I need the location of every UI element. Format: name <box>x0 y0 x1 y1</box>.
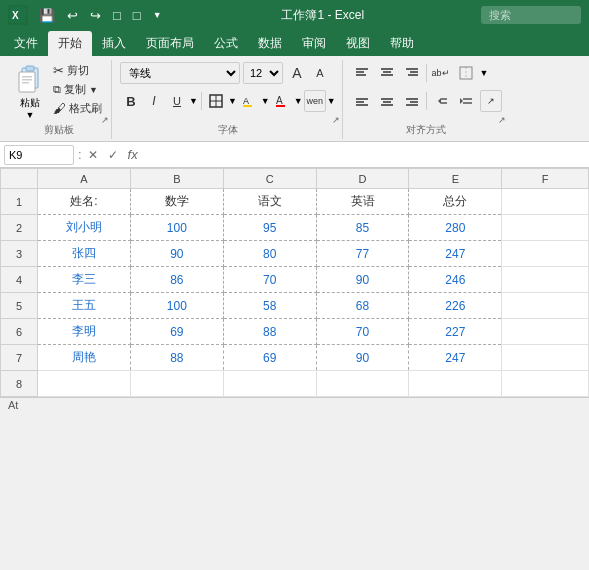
col-header-c[interactable]: C <box>223 169 316 189</box>
cell-F4[interactable] <box>502 267 589 293</box>
open-btn[interactable]: □ <box>130 6 144 25</box>
cell-B7[interactable]: 88 <box>130 345 223 371</box>
align-bottom-right-btn[interactable] <box>401 90 423 112</box>
formula-confirm-btn[interactable]: ✓ <box>104 146 122 164</box>
bold-button[interactable]: B <box>120 90 142 112</box>
cell-C7[interactable]: 69 <box>223 345 316 371</box>
align-top-left-btn[interactable] <box>351 62 373 84</box>
cell-F2[interactable] <box>502 215 589 241</box>
cell-A2[interactable]: 刘小明 <box>38 215 131 241</box>
fill-dropdown[interactable]: ▼ <box>261 96 270 106</box>
font-color-btn[interactable]: A <box>271 90 293 112</box>
paste-dropdown-arrow[interactable]: ▼ <box>26 110 35 120</box>
cell-A1[interactable]: 姓名: <box>38 189 131 215</box>
font-size-select[interactable]: 12 <box>243 62 283 84</box>
col-header-a[interactable]: A <box>38 169 131 189</box>
cell-F1[interactable] <box>502 189 589 215</box>
new-btn[interactable]: □ <box>110 6 124 25</box>
row-number-1[interactable]: 1 <box>1 189 38 215</box>
cell-F3[interactable] <box>502 241 589 267</box>
col-header-b[interactable]: B <box>130 169 223 189</box>
cell-E2[interactable]: 280 <box>409 215 502 241</box>
save-quick-btn[interactable]: 💾 <box>36 6 58 25</box>
cell-D7[interactable]: 90 <box>316 345 409 371</box>
row-number-3[interactable]: 3 <box>1 241 38 267</box>
cell-C4[interactable]: 70 <box>223 267 316 293</box>
redo-btn[interactable]: ↪ <box>87 6 104 25</box>
copy-dropdown[interactable]: ▼ <box>89 85 98 95</box>
cell-E1[interactable]: 总分 <box>409 189 502 215</box>
underline-button[interactable]: U <box>166 90 188 112</box>
cell-E8[interactable] <box>409 371 502 397</box>
font-name-select[interactable]: 等线 <box>120 62 240 84</box>
merge-btn[interactable] <box>455 62 477 84</box>
fill-color-btn[interactable]: A <box>238 90 260 112</box>
col-header-f[interactable]: F <box>502 169 589 189</box>
increase-font-btn[interactable]: A <box>286 62 308 84</box>
font-color-dropdown[interactable]: ▼ <box>294 96 303 106</box>
cell-E4[interactable]: 246 <box>409 267 502 293</box>
border-dropdown[interactable]: ▼ <box>228 96 237 106</box>
cell-C8[interactable] <box>223 371 316 397</box>
formula-cancel-btn[interactable]: ✕ <box>84 146 102 164</box>
cell-A3[interactable]: 张四 <box>38 241 131 267</box>
cell-D1[interactable]: 英语 <box>316 189 409 215</box>
merge-dropdown[interactable]: ▼ <box>480 68 489 78</box>
cell-D5[interactable]: 68 <box>316 293 409 319</box>
cell-B3[interactable]: 90 <box>130 241 223 267</box>
cell-B2[interactable]: 100 <box>130 215 223 241</box>
cell-E6[interactable]: 227 <box>409 319 502 345</box>
cell-B1[interactable]: 数学 <box>130 189 223 215</box>
cell-E7[interactable]: 247 <box>409 345 502 371</box>
formula-content-input[interactable] <box>146 145 585 165</box>
indent-increase-btn[interactable] <box>455 90 477 112</box>
cell-C3[interactable]: 80 <box>223 241 316 267</box>
undo-btn[interactable]: ↩ <box>64 6 81 25</box>
cell-C2[interactable]: 95 <box>223 215 316 241</box>
cell-E5[interactable]: 226 <box>409 293 502 319</box>
row-number-5[interactable]: 5 <box>1 293 38 319</box>
row-number-4[interactable]: 4 <box>1 267 38 293</box>
font-group-indicator[interactable]: ↗ <box>332 115 340 125</box>
cell-B8[interactable] <box>130 371 223 397</box>
decrease-font-btn[interactable]: A <box>309 62 331 84</box>
cell-C5[interactable]: 58 <box>223 293 316 319</box>
row-number-8[interactable]: 8 <box>1 371 38 397</box>
tab-file[interactable]: 文件 <box>4 31 48 56</box>
cell-reference-input[interactable] <box>4 145 74 165</box>
italic-button[interactable]: I <box>143 90 165 112</box>
cell-A6[interactable]: 李明 <box>38 319 131 345</box>
tab-view[interactable]: 视图 <box>336 31 380 56</box>
wen-btn[interactable]: wen <box>304 90 326 112</box>
cell-F6[interactable] <box>502 319 589 345</box>
align-top-right-btn[interactable] <box>401 62 423 84</box>
cut-button[interactable]: ✂ 剪切 <box>50 62 105 79</box>
number-format-btn[interactable]: ↗ <box>480 90 502 112</box>
col-header-e[interactable]: E <box>409 169 502 189</box>
align-bottom-center-btn[interactable] <box>376 90 398 112</box>
cell-A8[interactable] <box>38 371 131 397</box>
row-number-7[interactable]: 7 <box>1 345 38 371</box>
underline-dropdown[interactable]: ▼ <box>189 96 198 106</box>
cell-C1[interactable]: 语文 <box>223 189 316 215</box>
clipboard-group-indicator[interactable]: ↗ <box>101 115 109 125</box>
format-painter-button[interactable]: 🖌 格式刷 <box>50 100 105 117</box>
wen-dropdown[interactable]: ▼ <box>327 96 336 106</box>
cell-B5[interactable]: 100 <box>130 293 223 319</box>
indent-decrease-btn[interactable] <box>430 90 452 112</box>
tab-help[interactable]: 帮助 <box>380 31 424 56</box>
cell-A7[interactable]: 周艳 <box>38 345 131 371</box>
cell-D4[interactable]: 90 <box>316 267 409 293</box>
tab-insert[interactable]: 插入 <box>92 31 136 56</box>
cell-B6[interactable]: 69 <box>130 319 223 345</box>
tab-review[interactable]: 审阅 <box>292 31 336 56</box>
border-btn[interactable] <box>205 90 227 112</box>
cell-D3[interactable]: 77 <box>316 241 409 267</box>
cell-C6[interactable]: 88 <box>223 319 316 345</box>
wrap-text-btn[interactable]: ab↵ <box>430 62 452 84</box>
cell-A5[interactable]: 王五 <box>38 293 131 319</box>
row-number-6[interactable]: 6 <box>1 319 38 345</box>
cell-E3[interactable]: 247 <box>409 241 502 267</box>
cell-F5[interactable] <box>502 293 589 319</box>
cell-F8[interactable] <box>502 371 589 397</box>
